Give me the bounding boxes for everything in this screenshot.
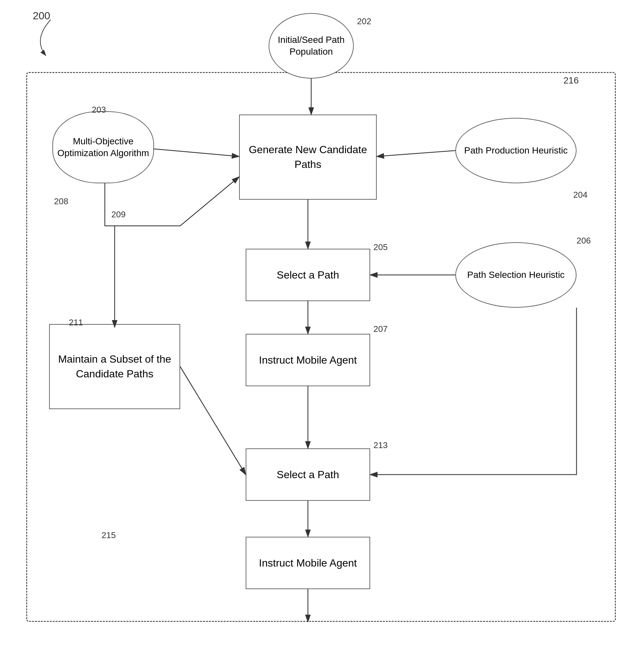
seed-path-ellipse: Initial/Seed Path Population [269,13,354,79]
path-prod-ellipse: Path Production Heuristic [455,118,577,183]
label-213: 213 [374,440,387,451]
generate-paths-box: Generate New Candidate Paths [239,115,377,200]
label-209: 209 [111,210,125,220]
select-path-1-box: Select a Path [246,249,370,301]
label-208: 208 [54,196,68,207]
multi-obj-cloud: Multi-Objective Optimization Algorithm [52,111,154,183]
label-215: 215 [101,530,116,540]
label-216: 216 [563,75,579,86]
diagram-container: 200 216 Initial/Seed Path Population 202… [0,0,644,651]
label-211: 211 [69,317,83,328]
instruct-mobile-2-box: Instruct Mobile Agent [246,537,370,589]
label-206: 206 [577,236,591,246]
maintain-subset-box: Maintain a Subset of the Candidate Paths [49,324,180,409]
label-205: 205 [374,242,387,252]
fig-number-label: 200 [33,10,50,22]
path-sel-ellipse: Path Selection Heuristic [455,242,577,308]
label-203: 203 [92,105,106,115]
label-204: 204 [573,190,587,200]
select-path-2-box: Select a Path [246,448,370,501]
label-202: 202 [357,17,371,27]
instruct-mobile-1-box: Instruct Mobile Agent [246,334,370,386]
label-207: 207 [374,324,387,334]
